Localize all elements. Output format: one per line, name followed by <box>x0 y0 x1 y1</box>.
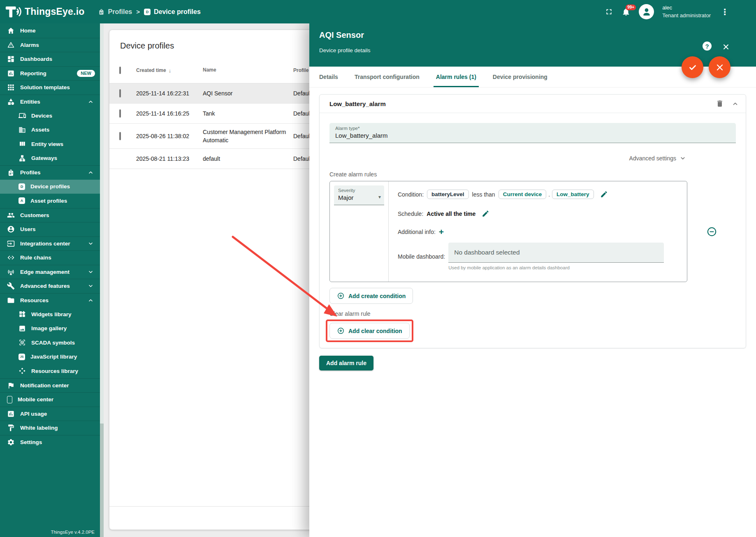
sidebar-item-widgets-library[interactable]: Widgets library <box>0 307 100 322</box>
sidebar-item-settings[interactable]: Settings <box>0 435 100 449</box>
thingseye-logo-icon <box>4 3 21 21</box>
sidebar-item-resources-library[interactable]: Resources library <box>0 364 100 378</box>
sidebar-item-label: Rule chains <box>20 255 51 261</box>
sidebar-item-advanced-features[interactable]: Advanced features <box>0 279 100 293</box>
avatar[interactable] <box>639 4 654 19</box>
sidebar-item-reporting[interactable]: ReportingNEW <box>0 66 100 81</box>
breadcrumb-device-profiles[interactable]: D Device profiles <box>144 8 201 16</box>
sidebar-item-integrations-center[interactable]: Integrations center <box>0 236 100 251</box>
sidebar-item-profiles[interactable]: Profiles <box>0 165 100 180</box>
fullscreen-icon[interactable] <box>605 7 613 16</box>
severity-select[interactable]: Severity Major ▾ <box>334 185 384 205</box>
new-badge: NEW <box>77 70 95 77</box>
sidebar-item-notification-center[interactable]: Notification center <box>0 378 100 393</box>
alarm-rule-card-header[interactable]: Low_battery_alarm <box>320 95 746 113</box>
sidebar-item-label: API usage <box>20 411 47 417</box>
sidebar-item-resources[interactable]: Resources <box>0 293 100 308</box>
breadcrumb-label: Device profiles <box>154 8 201 16</box>
sidebar-item-label: Home <box>20 28 36 34</box>
select-all-checkbox[interactable] <box>119 67 121 74</box>
mobile-dashboard-hint: Used by mobile application as an alarm d… <box>448 265 664 270</box>
sidebar-item-rule-chains[interactable]: Rule chains <box>0 250 100 265</box>
edit-schedule-pencil-icon[interactable] <box>482 210 489 218</box>
row-checkbox[interactable] <box>119 132 121 140</box>
chevron-down-icon <box>87 282 94 289</box>
sidebar-item-white-labeling[interactable]: White labeling <box>0 421 100 435</box>
notifications-button[interactable]: 99+ <box>621 7 631 16</box>
sidebar-item-label: Device profiles <box>30 183 70 190</box>
sidebar-item-dashboards[interactable]: Dashboards <box>0 52 100 66</box>
sidebar-item-label: Devices <box>31 113 52 119</box>
check-icon <box>688 62 698 72</box>
sidebar-item-customers[interactable]: Customers <box>0 208 100 222</box>
tab-alarm-rules[interactable]: Alarm rules (1) <box>428 67 485 87</box>
plus-circle-icon <box>337 292 345 300</box>
chevron-up-icon[interactable] <box>731 100 739 108</box>
button-label: Add clear condition <box>348 328 402 334</box>
sidebar-item-api-usage[interactable]: API usage <box>0 407 100 421</box>
mobile-dashboard-select[interactable]: No dashboard selected <box>448 243 664 263</box>
tab-details[interactable]: Details <box>319 67 346 87</box>
cell-name: AQI Sensor <box>203 89 293 97</box>
tab-transport-configuration[interactable]: Transport configuration <box>346 67 428 87</box>
sidebar-item-gateways[interactable]: Gateways <box>0 151 100 166</box>
alarm-type-label: Alarm type* <box>335 126 730 131</box>
add-details-icon[interactable]: + <box>439 227 444 236</box>
help-icon[interactable]: ? <box>703 42 712 51</box>
sidebar-item-entities[interactable]: Entities <box>0 95 100 109</box>
brand-logo[interactable]: ThingsEye.io <box>0 3 85 21</box>
sidebar-item-scada-symbols[interactable]: SCADA symbols <box>0 336 100 350</box>
mobile-dashboard-label: Mobile dashboard: <box>398 253 445 260</box>
user-info[interactable]: alec Tenant administrator <box>662 4 711 20</box>
cell-name: default <box>203 155 293 163</box>
sidebar-item-device-profiles[interactable]: DDevice profiles <box>0 180 100 194</box>
alarm-rule-name: Low_battery_alarm <box>329 100 386 107</box>
condition-operator: less than <box>472 191 495 198</box>
sidebar-item-solution-templates[interactable]: Solution templates <box>0 80 100 95</box>
sidebar-item-assets[interactable]: Assets <box>0 123 100 137</box>
sidebar-item-mobile-center[interactable]: Mobile center <box>0 392 100 407</box>
close-icon[interactable] <box>722 43 730 51</box>
sidebar-nav: Home Alarms Dashboards ReportingNEW Solu… <box>0 23 100 537</box>
remove-condition-icon[interactable] <box>706 226 717 237</box>
advanced-settings-toggle[interactable]: Advanced settings <box>329 155 686 162</box>
severity-value: Major <box>338 194 380 201</box>
column-header-created-time[interactable]: Created time↓ <box>136 67 203 74</box>
add-clear-condition-button[interactable]: Add clear condition <box>329 323 410 339</box>
sidebar-item-home[interactable]: Home <box>0 23 100 38</box>
sidebar-item-alarms[interactable]: Alarms <box>0 38 100 52</box>
sidebar-item-javascript-library[interactable]: JSJavaScript library <box>0 350 100 364</box>
sidebar-item-label: Widgets library <box>31 311 71 317</box>
cell-name: Tank <box>203 109 293 118</box>
tab-device-provisioning[interactable]: Device provisioning <box>485 67 556 87</box>
scrollbar-thumb[interactable] <box>100 23 104 424</box>
breadcrumb-profiles[interactable]: Profiles <box>98 8 132 16</box>
sidebar-item-image-gallery[interactable]: Image gallery <box>0 322 100 336</box>
alarm-type-field[interactable]: Alarm type* Low_battery_alarm <box>329 123 736 143</box>
drawer-title: AQI Sensor <box>319 30 364 40</box>
row-checkbox[interactable] <box>119 109 121 118</box>
sidebar-item-users[interactable]: Users <box>0 222 100 236</box>
sidebar-scrollbar[interactable] <box>100 23 104 537</box>
cell-created-time: 2025-08-21 11:13:23 <box>136 155 203 162</box>
apply-changes-button[interactable] <box>682 56 703 78</box>
badge-icon <box>98 8 105 15</box>
sidebar-item-entity-views[interactable]: Entity views <box>0 137 100 151</box>
image-icon <box>19 325 26 332</box>
sidebar-item-asset-profiles[interactable]: AAsset profiles <box>0 194 100 208</box>
sidebar-item-label: Dashboards <box>20 56 52 62</box>
discard-changes-button[interactable] <box>709 56 730 78</box>
sidebar-item-devices[interactable]: Devices <box>0 109 100 123</box>
add-create-condition-button[interactable]: Add create condition <box>329 288 413 304</box>
kebab-menu-icon[interactable]: ⋮ <box>719 6 730 18</box>
add-alarm-rule-button[interactable]: Add alarm rule <box>319 356 373 370</box>
breadcrumb-separator: > <box>136 8 140 15</box>
trash-icon[interactable] <box>716 100 724 108</box>
row-checkbox[interactable] <box>119 89 121 97</box>
brand-name[interactable]: ThingsEye.io <box>25 6 85 17</box>
home-icon <box>7 27 15 35</box>
column-header-name[interactable]: Name <box>203 67 293 74</box>
chevron-down-icon <box>87 268 94 275</box>
sidebar-item-edge-management[interactable]: Edge management <box>0 265 100 279</box>
edit-condition-pencil-icon[interactable] <box>600 190 608 198</box>
